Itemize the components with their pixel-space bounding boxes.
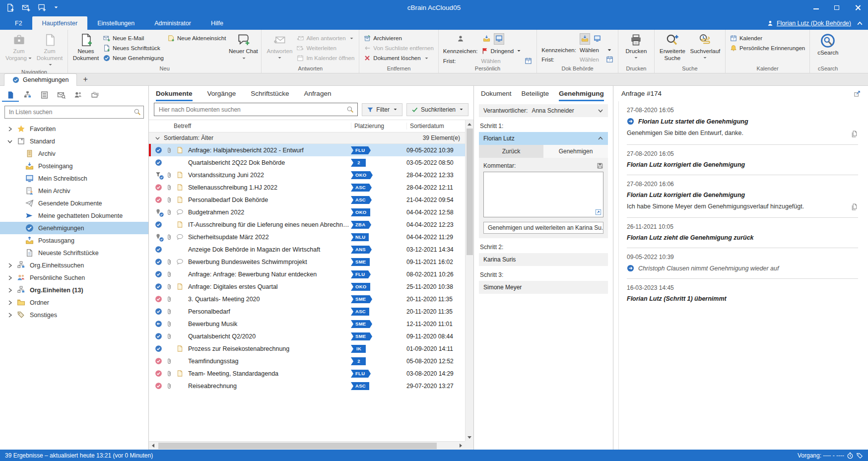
document-row[interactable]: Bewerbung MusikSME12-11-2020 11:01 xyxy=(149,318,465,330)
user-link[interactable]: Florian Lutz (Dok Behörde) xyxy=(777,20,851,27)
document-search-input[interactable] xyxy=(154,103,358,116)
frist-dropdown[interactable]: Wählen xyxy=(481,58,522,64)
chevron-down-icon[interactable] xyxy=(7,138,13,144)
scroll-thumb[interactable] xyxy=(158,443,437,449)
persoenliche-erinnerungen-button[interactable]: Persönliche Erinnerungen xyxy=(730,44,805,52)
approval-tab-genehmigung[interactable]: Genehmigung xyxy=(559,86,604,101)
sidebar-view-participants[interactable] xyxy=(69,89,86,102)
sidebar-item-favoriten[interactable]: Favoriten xyxy=(0,123,148,135)
chevron-right-icon[interactable] xyxy=(7,275,13,281)
document-row[interactable]: Anfrage: Halbjahresbericht 2022 - Entwur… xyxy=(149,144,465,156)
menu-tab-hauptfenster[interactable]: Hauptfenster xyxy=(32,16,88,30)
csearch-button[interactable]: cSearch xyxy=(812,31,843,57)
document-row[interactable]: Team- Meeting, StandardagendaFLU03-08-20… xyxy=(149,367,465,380)
unit-inbox-toggle[interactable] xyxy=(580,33,590,45)
genehmigen-tab[interactable]: Genehmigen xyxy=(543,145,608,158)
quick-new-mail-icon[interactable] xyxy=(22,3,30,12)
sidebar-item-gesendete-dokumente[interactable]: Gesendete Dokumente xyxy=(0,197,148,209)
sidebar-view-mail-search[interactable] xyxy=(53,89,69,102)
dokument-loeschen-button[interactable]: Dokument löschen xyxy=(364,54,433,62)
sidebar-item-mein-schreibtisch[interactable]: Mein Schreibtisch xyxy=(0,172,148,185)
menu-tab-administrator[interactable]: Administrator xyxy=(144,16,201,30)
neues-schriftstueck-button[interactable]: Neues Schriftstück xyxy=(103,44,164,52)
suchkriterien-button[interactable]: Suchkriterien xyxy=(406,103,468,116)
unit-kennzeichen-dropdown[interactable]: Wählen xyxy=(580,47,602,53)
scroll-left-button[interactable] xyxy=(149,442,157,450)
tag-icon[interactable] xyxy=(856,452,863,459)
approval-tab-dokument[interactable]: Dokument xyxy=(481,86,512,101)
document-row[interactable]: Anfrage: Anfrage: Bewerbung Natur entdec… xyxy=(149,268,465,280)
kennzeichen-dropdown[interactable]: Dringend xyxy=(481,47,522,55)
sidebar-item-org-einheitssuchen[interactable]: Org.Einheitssuchen xyxy=(0,259,148,271)
doclist-tab-anfragen[interactable]: Anfragen xyxy=(304,86,332,101)
chevron-right-icon[interactable] xyxy=(7,126,13,132)
doclist-tab-dokumente[interactable]: Dokumente xyxy=(156,86,193,101)
kalender-button[interactable]: 7Kalender xyxy=(730,34,805,42)
unit-frist-dropdown[interactable]: Wählen xyxy=(580,57,602,63)
menu-tab-einstellungen[interactable]: Einstellungen xyxy=(87,16,144,30)
erweiterte-suche-button[interactable]: Erweiterte Suche xyxy=(657,31,688,62)
open-in-window-icon[interactable] xyxy=(854,90,861,97)
drucken-button[interactable]: Drucken xyxy=(621,31,652,60)
sidebar-item-standard[interactable]: Standard xyxy=(0,135,148,147)
neue-email-button[interactable]: Neue E-Mail xyxy=(103,34,164,42)
add-tab-button[interactable]: + xyxy=(77,75,93,85)
document-row[interactable]: Vorstandssitzung Juni 2022OKO28-04-2022 … xyxy=(149,169,465,181)
archivieren-button[interactable]: Archivieren xyxy=(364,34,433,42)
document-row[interactable]: Personalbedarf Dok BehördeASC21-04-2022 … xyxy=(149,194,465,206)
list-tab-genehmigungen[interactable]: Genehmigungen xyxy=(4,73,77,86)
approval-tab-beteiligte[interactable]: Beteiligte xyxy=(522,86,549,101)
menu-tab-f2[interactable]: F2 xyxy=(5,16,32,30)
sidebar-item-persönliche-suchen[interactable]: Persönliche Suchen xyxy=(0,271,148,284)
horizontal-scrollbar[interactable] xyxy=(149,441,465,450)
document-row[interactable]: Budgetrahmen 2022OKO04-04-2022 12:58 xyxy=(149,206,465,218)
quick-access-caret-icon[interactable] xyxy=(54,5,59,10)
copy-document-icon[interactable] xyxy=(851,203,858,211)
sidebar-item-ordner[interactable]: Ordner xyxy=(0,296,148,309)
vertical-scrollbar[interactable] xyxy=(465,120,473,441)
unit-desktop-toggle[interactable] xyxy=(592,33,602,45)
scroll-down-button[interactable] xyxy=(466,433,474,441)
maximize-button[interactable] xyxy=(826,0,847,15)
document-row[interactable]: Anfrage: Digitales erstes QuartalOKO25-1… xyxy=(149,280,465,293)
neuer-chat-button[interactable]: Neuer Chat xyxy=(228,31,259,62)
column-sortierdatum[interactable]: Sortierdatum xyxy=(406,123,465,130)
document-row[interactable]: ReiseabrechnungASC29-07-2020 13:27 xyxy=(149,380,465,392)
caret-down-icon[interactable] xyxy=(607,48,612,53)
save-comment-icon[interactable] xyxy=(597,162,603,169)
responsible-dropdown[interactable]: Verantwortlicher: Anna Schneider xyxy=(479,104,608,117)
document-row[interactable]: Quartalsbericht 2Q22 Dok Behörde203-05-2… xyxy=(149,156,465,169)
sidebar-view-org[interactable] xyxy=(19,89,36,102)
sidebar-item-posteingang[interactable]: Posteingang xyxy=(0,160,148,172)
neue-akteneinsicht-button[interactable]: Neue Akteneinsicht xyxy=(168,34,226,42)
step2-person-bar[interactable]: Karina Suris xyxy=(479,253,608,266)
sidebar-item-archiv[interactable]: Archiv xyxy=(0,147,148,160)
document-row[interactable]: Anzeige Dok Behörde in Magazin der Wirts… xyxy=(149,243,465,256)
chevron-right-icon[interactable] xyxy=(7,263,13,268)
scroll-up-button[interactable] xyxy=(466,120,474,128)
copy-document-icon[interactable] xyxy=(851,130,858,138)
document-row[interactable]: Sicherheitsupdate März 2022NLU04-04-2022… xyxy=(149,231,465,243)
flag-desktop-toggle[interactable] xyxy=(494,33,504,45)
flag-inbox-toggle[interactable] xyxy=(481,33,492,45)
neue-genehmigung-button[interactable]: Neue Genehmigung xyxy=(103,54,164,62)
comment-textarea[interactable] xyxy=(483,172,603,217)
sidebar-item-sonstiges[interactable]: Sonstiges xyxy=(0,309,148,321)
scroll-thumb[interactable] xyxy=(467,129,473,255)
quick-new-document-icon[interactable] xyxy=(6,3,14,12)
sidebar-search-input[interactable] xyxy=(4,106,144,119)
menu-tab-hilfe[interactable]: Hilfe xyxy=(201,16,233,30)
document-row[interactable]: Prozess zur ReisekostenabrechnungIK01-09… xyxy=(149,342,465,355)
ribbon-collapse-icon[interactable] xyxy=(857,20,863,27)
stopwatch-icon[interactable] xyxy=(847,452,854,459)
expand-editor-icon[interactable] xyxy=(595,209,601,215)
doclist-tab-vorgänge[interactable]: Vorgänge xyxy=(207,86,236,101)
close-button[interactable] xyxy=(847,0,868,15)
chevron-right-icon[interactable] xyxy=(7,312,13,318)
deadline-calendar-icon[interactable]: 7 xyxy=(525,57,532,65)
document-row[interactable]: Quartalsbericht Q2/2020SME09-11-2020 08:… xyxy=(149,330,465,342)
sidebar-view-lists[interactable] xyxy=(36,89,53,102)
sidebar-view-folders[interactable] xyxy=(86,89,103,102)
document-row[interactable]: 3. Quartals- Meeting 2020SME20-11-2020 1… xyxy=(149,293,465,305)
document-row[interactable]: PersonalbedarfASC20-11-2020 11:35 xyxy=(149,305,465,318)
